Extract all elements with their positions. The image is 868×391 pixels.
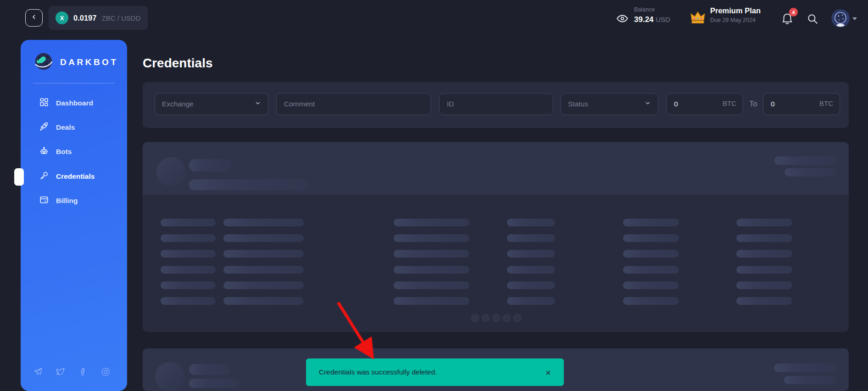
min-amount-field: BTC xyxy=(666,93,743,115)
sidebar-item-deals[interactable]: Deals xyxy=(21,119,127,136)
sidebar-item-label: Bots xyxy=(56,148,72,156)
logo-planet-icon xyxy=(33,51,54,74)
skeleton-bar xyxy=(507,219,555,226)
avatar[interactable] xyxy=(831,9,850,28)
balance-block: Balance 39.24 USD xyxy=(634,7,670,23)
pagination-dot[interactable] xyxy=(513,314,522,322)
skeleton-bar xyxy=(507,281,555,289)
pagination-dot[interactable] xyxy=(492,314,501,322)
skeleton-bar xyxy=(774,156,836,165)
skeleton-bar xyxy=(189,179,307,190)
exchange-select[interactable]: Exchange xyxy=(155,93,268,115)
sidebar-item-label: Credentials xyxy=(56,172,95,181)
telegram-icon[interactable] xyxy=(33,367,43,379)
to-label: To xyxy=(746,93,760,115)
skeleton-bar xyxy=(736,281,792,289)
id-input[interactable] xyxy=(439,93,553,115)
key-icon xyxy=(39,171,49,182)
skeleton-bar xyxy=(736,234,792,242)
max-amount-field: BTC xyxy=(763,93,840,115)
chevron-left-icon xyxy=(30,13,38,22)
search-icon[interactable] xyxy=(807,13,818,27)
min-amount-input[interactable] xyxy=(666,93,743,115)
skeleton-bar xyxy=(507,234,555,242)
skeleton-bar xyxy=(223,266,304,274)
skeleton-bar xyxy=(394,297,469,305)
divider xyxy=(33,83,115,83)
skeleton-bar xyxy=(507,250,555,258)
back-button[interactable] xyxy=(25,9,43,27)
notification-badge: 4 xyxy=(789,8,798,17)
crown-icon xyxy=(690,10,706,25)
skeleton-bar xyxy=(394,281,469,289)
balance-currency: USD xyxy=(656,16,670,23)
skeleton-bar xyxy=(161,219,216,226)
filters-bar: Exchange Status BTC To BTC xyxy=(143,82,849,128)
rocket-icon xyxy=(39,121,49,133)
toast-message: Credentials was successfully deleted. xyxy=(319,368,437,376)
skeleton-avatar xyxy=(156,157,186,187)
close-icon[interactable]: × xyxy=(545,368,551,377)
skeleton-bar xyxy=(223,297,304,305)
active-item-indicator xyxy=(14,168,24,186)
ticker-price: 0.0197 xyxy=(73,14,96,22)
chevron-down-icon xyxy=(255,100,261,108)
pagination-dot[interactable] xyxy=(471,314,479,322)
credentials-card-skeleton xyxy=(143,142,849,332)
ticker-pair: ZBC / USDD xyxy=(101,14,140,22)
skeleton-bar xyxy=(623,266,679,274)
eye-icon[interactable] xyxy=(616,12,629,27)
robot-icon xyxy=(39,146,49,158)
plan-block: Premium Plan Due 29 May 2024 xyxy=(710,7,761,23)
skeleton-bar xyxy=(223,281,304,289)
skeleton-bar xyxy=(223,234,304,242)
skeleton-bar xyxy=(623,219,679,226)
sidebar-item-dashboard[interactable]: Dashboard xyxy=(21,95,127,111)
sidebar-item-label: Deals xyxy=(56,123,75,132)
logo: DARKBOT xyxy=(33,51,118,74)
skeleton-bar xyxy=(623,281,679,289)
skeleton-bar xyxy=(189,159,231,171)
logo-text: DARKBOT xyxy=(60,57,118,67)
sidebar: DARKBOT Dashboard Deals xyxy=(21,40,127,391)
skeleton-bar xyxy=(189,364,230,375)
status-select[interactable]: Status xyxy=(561,93,658,115)
skeleton-bar xyxy=(507,266,555,274)
skeleton-bar xyxy=(623,234,679,242)
pagination-dot[interactable] xyxy=(502,314,511,322)
pagination-dots xyxy=(471,314,522,322)
exchange-select-value: Exchange xyxy=(162,100,194,108)
ticker-pill[interactable]: X 0.0197 ZBC / USDD xyxy=(49,6,148,30)
app-window: X 0.0197 ZBC / USDD Balance 39.24 USD Pr… xyxy=(0,0,868,391)
skeleton-bar xyxy=(736,297,792,305)
sidebar-item-label: Dashboard xyxy=(56,99,93,107)
chevron-down-icon[interactable] xyxy=(852,17,857,20)
page-title: Credentials xyxy=(143,56,213,71)
grid-icon xyxy=(39,97,49,109)
twitter-icon[interactable] xyxy=(56,367,66,379)
skeleton-bar xyxy=(394,234,469,242)
chevron-down-icon xyxy=(645,100,651,108)
sidebar-item-bots[interactable]: Bots xyxy=(21,143,127,160)
skeleton-bar xyxy=(223,250,304,258)
billing-card-icon xyxy=(39,195,49,207)
instagram-icon[interactable] xyxy=(100,367,111,379)
skeleton-bar xyxy=(394,266,469,274)
pagination-dot[interactable] xyxy=(481,314,490,322)
success-toast: Credentials was successfully deleted. × xyxy=(306,358,564,386)
skeleton-bar xyxy=(736,219,792,226)
skeleton-avatar xyxy=(155,362,184,391)
status-select-value: Status xyxy=(568,100,588,108)
comment-input[interactable] xyxy=(276,93,431,115)
skeleton-bar xyxy=(394,250,469,258)
balance-value: 39.24 xyxy=(634,15,654,24)
sidebar-item-billing[interactable]: Billing xyxy=(21,193,127,209)
skeleton-bar xyxy=(736,250,792,258)
max-amount-input[interactable] xyxy=(763,93,840,115)
facebook-icon[interactable] xyxy=(78,367,88,379)
skeleton-bar xyxy=(394,219,469,226)
skeleton-bar xyxy=(161,297,216,305)
token-icon: X xyxy=(56,11,68,24)
sidebar-item-credentials[interactable]: Credentials xyxy=(21,168,127,185)
sidebar-item-label: Billing xyxy=(56,197,78,205)
